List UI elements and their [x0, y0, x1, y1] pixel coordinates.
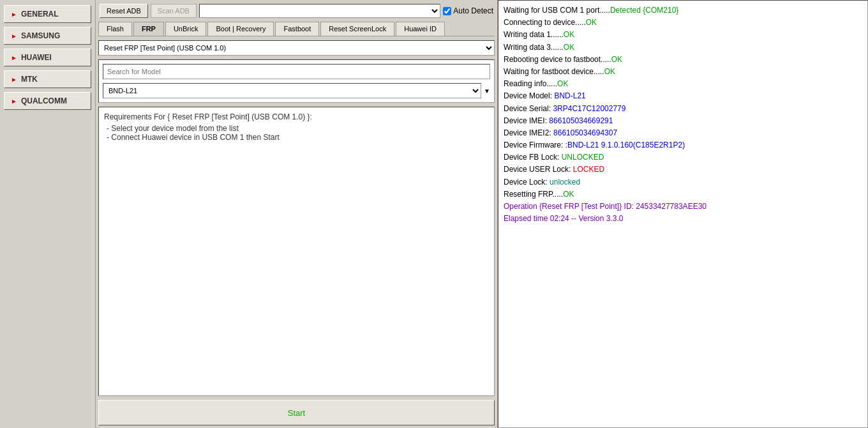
sidebar-item-general[interactable]: ► GENERAL: [4, 5, 91, 23]
log-line: Rebooting device to fastboot.....OK: [504, 54, 862, 66]
tab-flash[interactable]: Flash: [98, 22, 132, 36]
operation-row: Reset FRP [Test Point] (USB COM 1.0): [98, 40, 495, 56]
model-dropdown-arrow: ▼: [484, 88, 490, 95]
main-panel: Reset ADB Scan ADB Auto Detect Flash FRP…: [96, 0, 498, 428]
toolbar: Reset ADB Scan ADB Auto Detect: [98, 3, 495, 19]
auto-detect-container: Auto Detect: [443, 6, 493, 15]
tab-boot-recovery[interactable]: Boot | Recovery: [207, 22, 274, 36]
log-line: Device FB Lock: UNLOCKED: [504, 151, 862, 164]
tab-fastboot[interactable]: Fastboot: [275, 22, 319, 36]
arrow-icon-huawei: ►: [11, 54, 17, 61]
log-line: Device Lock: unlocked: [504, 176, 862, 188]
log-line: Elapsed time 02:24 -- Version 3.3.0: [504, 213, 862, 225]
log-line: Resetting FRP.....OK: [504, 188, 862, 201]
log-line: Device Firmware: :BND-L21 9.1.0.160(C185…: [504, 139, 862, 151]
auto-detect-checkbox[interactable]: [443, 7, 451, 15]
requirements-title: Requirements For { Reset FRP [Test Point…: [104, 112, 489, 121]
log-panel: Waiting for USB COM 1 port.....Detected …: [498, 0, 868, 428]
model-area: BND-L21 ▼: [98, 59, 495, 103]
reset-adb-button[interactable]: Reset ADB: [100, 4, 148, 18]
scan-adb-button[interactable]: Scan ADB: [151, 4, 197, 18]
start-button[interactable]: Start: [98, 400, 495, 425]
tab-reset-screenlock[interactable]: Reset ScreenLock: [320, 22, 394, 36]
sidebar: ► GENERAL ► SAMSUNG ► HUAWEI ► MTK ► QUA…: [0, 0, 96, 428]
sidebar-item-mtk[interactable]: ► MTK: [4, 70, 91, 88]
req-item-0: - Select your device model from the list: [107, 124, 489, 133]
arrow-icon-samsung: ►: [11, 33, 17, 40]
operation-select[interactable]: Reset FRP [Test Point] (USB COM 1.0): [98, 40, 495, 56]
log-line: Device IMEI2: 866105034694307: [504, 127, 862, 139]
arrow-icon-qualcomm: ►: [11, 98, 17, 105]
log-line: Waiting for USB COM 1 port.....Detected …: [504, 4, 862, 17]
log-line: Waiting for fastboot device.....OK: [504, 66, 862, 78]
requirements-box: Requirements For { Reset FRP [Test Point…: [98, 107, 495, 396]
model-select[interactable]: BND-L21: [103, 83, 481, 98]
log-line: Reading info.....OK: [504, 78, 862, 90]
tab-unbrick[interactable]: UnBrick: [165, 22, 207, 36]
sidebar-item-huawei[interactable]: ► HUAWEI: [4, 49, 91, 66]
tab-huawei-id[interactable]: Huawei ID: [396, 22, 445, 36]
log-line: Device IMEI: 866105034669291: [504, 115, 862, 127]
log-line: Device Serial: 3RP4C17C12002779: [504, 103, 862, 115]
tab-frp[interactable]: FRP: [133, 22, 164, 36]
sidebar-item-samsung[interactable]: ► SAMSUNG: [4, 27, 91, 45]
tabs-bar: Flash FRP UnBrick Boot | Recovery Fastbo…: [98, 22, 495, 36]
model-select-row: BND-L21 ▼: [103, 83, 490, 98]
sidebar-item-qualcomm[interactable]: ► QUALCOMM: [4, 92, 91, 110]
arrow-icon-general: ►: [11, 11, 17, 18]
log-line: Device USER Lock: LOCKED: [504, 164, 862, 176]
arrow-icon-mtk: ►: [11, 76, 17, 83]
log-line: Writing data 1......OK: [504, 29, 862, 41]
req-item-1: - Connect Huawei device in USB COM 1 the…: [107, 133, 489, 142]
auto-detect-label: Auto Detect: [453, 6, 493, 15]
log-line: Device Model: BND-L21: [504, 90, 862, 102]
port-dropdown[interactable]: [199, 4, 440, 18]
log-line: Operation {Reset FRP [Test Point]} ID: 2…: [504, 201, 862, 213]
log-line: Connecting to device.....OK: [504, 17, 862, 29]
model-search-input[interactable]: [103, 64, 490, 79]
log-line: Writing data 3......OK: [504, 42, 862, 54]
